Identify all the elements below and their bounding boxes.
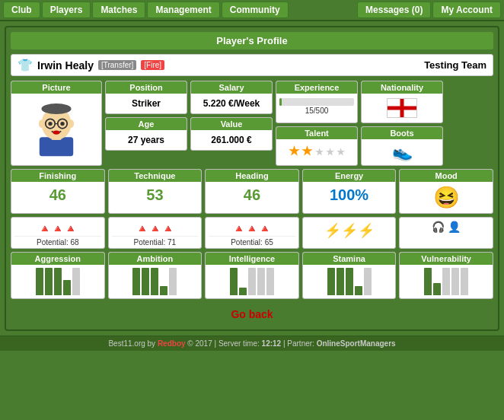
heading-potential-icons: 🔺🔺🔺 [209,219,295,236]
stamina-box: Stamina [302,252,397,299]
vulnerability-bars [400,265,493,298]
finishing-potential-icons: 🔺🔺🔺 [14,219,101,236]
svg-point-8 [60,122,64,126]
team-name: Testing Team [424,59,486,71]
stamina-bar-3 [346,268,353,295]
position-label: Position [106,81,187,94]
attributes-section: Aggression Ambition Intelligence [11,252,493,299]
go-back-section: Go back [11,304,493,325]
experience-cell: Experience 15/500 [276,81,358,123]
england-flag [387,98,417,118]
nationality-cell: Nationality [361,81,443,123]
flag-cross-vertical [400,99,404,117]
technique-box: Technique 53 [108,169,203,214]
energy-label: Energy [303,170,396,182]
top-stats: Picture [11,81,493,166]
technique-label: Technique [109,170,202,182]
talent-boots-row: Talent ★ ★ ★ ★ ★ Boots 👟 [276,126,443,166]
shirt-icon: 👕 [18,58,33,72]
mood-label: Mood [400,170,493,182]
position-value: Striker [106,94,187,113]
value-cell: Value 261.000 € [190,117,273,151]
salary-cell: Salary 5.220 €/Week [190,81,273,114]
talent-label: Talent [276,127,357,139]
intelligence-box: Intelligence [205,252,299,299]
aggression-label: Aggression [11,253,104,265]
player-name: Irwin Healy [37,59,94,72]
stamina-bar-5 [364,268,372,295]
profile-header-title: Player's Profile [216,35,287,46]
svg-point-10 [39,119,44,128]
heading-box: Heading 46 [205,169,299,214]
footer: Best11.org by Redboy © 2017 | Server tim… [0,336,504,351]
ambition-bar-2 [142,268,149,295]
go-back-link[interactable]: Go back [231,308,273,320]
boots-label: Boots [362,127,442,139]
star-4: ★ [326,147,334,158]
intelligence-bars [206,265,298,298]
nav-my-account[interactable]: My Account [432,2,501,18]
age-label: Age [106,118,187,130]
main-container: Player's Profile 👕 Irwin Healy [Transfer… [5,26,499,331]
ambition-bars [109,265,202,298]
age-cell: Age 27 years [105,117,187,151]
ambition-box: Ambition [108,252,203,299]
footer-time: 12:12 [262,339,282,348]
right-columns: Experience 15/500 Nationality [276,81,443,166]
finishing-box: Finishing 46 [11,169,105,214]
heading-label: Heading [206,170,298,182]
fire-badge: [Fire] [141,60,164,70]
intelligence-label: Intelligence [206,253,298,265]
vulnerability-bar-1 [424,268,432,295]
xp-bar-fill [279,98,282,106]
svg-point-11 [69,119,74,128]
vulnerability-bar-2 [433,283,441,295]
nav-management[interactable]: Management [147,2,219,18]
picture-box: Picture [11,81,102,166]
experience-label: Experience [276,81,357,94]
stamina-label: Stamina [303,253,396,265]
svg-point-9 [53,130,60,134]
talent-cell: Talent ★ ★ ★ ★ ★ [276,126,358,166]
star-3: ★ [315,147,324,158]
transfer-badge: [Transfer] [98,60,136,70]
star-5: ★ [337,147,345,158]
ambition-bar-3 [151,268,158,295]
aggression-bar-4 [63,280,71,295]
boots-icon: 👟 [362,139,442,165]
experience-nationality-row: Experience 15/500 Nationality [276,81,443,123]
nav-messages[interactable]: Messages (0) [357,2,431,18]
finishing-potential: 🔺🔺🔺 Potential: 68 [11,217,105,249]
aggression-box: Aggression [11,252,105,299]
top-navigation: Club Players Matches Management Communit… [0,0,504,21]
mood-icon: 😆 [400,182,493,213]
nav-club[interactable]: Club [3,2,40,18]
nav-matches[interactable]: Matches [92,2,145,18]
technique-potential: 🔺🔺🔺 Potential: 71 [108,217,203,249]
heading-value: 46 [206,182,298,208]
value-value: 261.000 € [191,130,272,150]
talent-stars: ★ ★ ★ ★ ★ [276,139,357,163]
intelligence-bar-5 [266,268,274,295]
stamina-bar-2 [337,268,344,295]
nav-community[interactable]: Community [222,2,289,18]
age-value: 27 years [106,130,187,150]
finishing-label: Finishing [11,170,104,182]
footer-partner-text: | Partner: [281,339,317,348]
xp-bar-container: 15/500 [276,94,357,118]
nav-players[interactable]: Players [42,2,91,18]
star-2: ★ [301,145,312,158]
svg-rect-0 [40,137,73,156]
heading-potential: 🔺🔺🔺 Potential: 65 [205,217,299,249]
info-columns: Position Striker Salary 5.220 €/Week Age… [105,81,273,166]
aggression-bar-1 [36,268,43,295]
svg-point-3 [41,103,71,114]
ambition-bar-1 [132,268,140,295]
energy-potential: ⚡⚡⚡ [302,217,397,249]
aggression-bar-3 [54,268,62,295]
technique-potential-icons: 🔺🔺🔺 [112,219,199,236]
boots-cell: Boots 👟 [361,126,443,166]
stamina-bars [303,265,396,298]
star-1: ★ [289,145,299,158]
intelligence-bar-4 [257,268,265,295]
